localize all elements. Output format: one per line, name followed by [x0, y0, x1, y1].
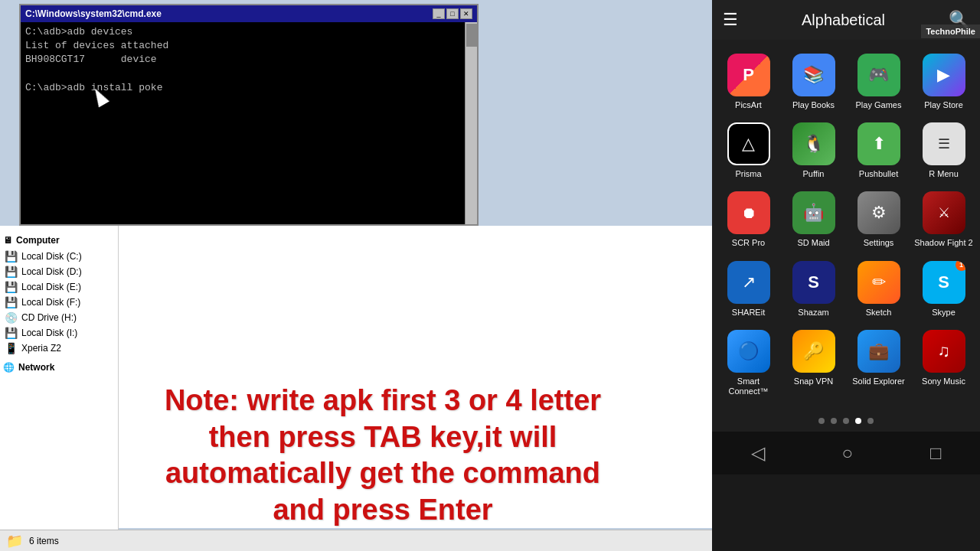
- disk-i-label: Local Disk (I:): [21, 328, 77, 338]
- sidebar-computer-header[interactable]: 🖥 Computer: [0, 232, 118, 249]
- dot-5[interactable]: [867, 418, 874, 424]
- app-shadowfight[interactable]: ⚔ Shadow Fight 2: [911, 185, 976, 254]
- network-label: Network: [18, 362, 54, 373]
- puffin-icon: 🐧: [792, 122, 835, 165]
- sidebar-item-d[interactable]: 💾 Local Disk (D:): [0, 264, 118, 279]
- playbooks-icon: 📚: [792, 54, 835, 96]
- cmd-body: C:\adb>adb devices List of devices attac…: [21, 22, 477, 224]
- cmd-controls[interactable]: _ □ ✕: [433, 8, 472, 19]
- rmenu-label: R Menu: [929, 169, 959, 179]
- cmd-scrollbar[interactable]: [465, 22, 477, 224]
- picsart-icon: P: [727, 54, 770, 96]
- sketch-label: Sketch: [866, 308, 892, 318]
- sidebar-item-c[interactable]: 💾 Local Disk (C:): [0, 249, 118, 264]
- app-scrpro[interactable]: ⏺ SCR Pro: [716, 185, 781, 254]
- hamburger-icon[interactable]: ☰: [723, 10, 738, 30]
- shazam-icon: S: [792, 261, 835, 304]
- dot-3[interactable]: [843, 418, 849, 424]
- disk-f-label: Local Disk (F:): [21, 297, 80, 308]
- app-playstore[interactable]: ▶ Play Store: [911, 47, 976, 116]
- shadowfight-label: Shadow Fight 2: [914, 238, 972, 248]
- sidebar-network-section: 🌐 Network: [0, 359, 118, 376]
- shareit-label: SHAREit: [732, 308, 765, 318]
- prisma-icon: △: [727, 122, 770, 165]
- app-rmenu[interactable]: ☰ R Menu: [911, 116, 976, 185]
- app-sonymusic[interactable]: ♫ Sony Music: [911, 324, 976, 403]
- app-solidexplorer[interactable]: 💼 Solid Explorer: [846, 324, 911, 403]
- playbooks-label: Play Books: [792, 100, 835, 110]
- smartconnect-label: Smart Connect™: [719, 377, 778, 396]
- app-snapvpn[interactable]: 🔑 Snap VPN: [781, 324, 846, 403]
- app-grid: P PicsArt 📚 Play Books 🎮 Play Games ▶ Pl…: [712, 40, 980, 410]
- puffin-label: Puffin: [803, 169, 825, 179]
- shareit-icon: ↗: [727, 261, 770, 304]
- cd-h-label: CD Drive (H:): [21, 312, 77, 323]
- page-dots: [712, 410, 980, 432]
- shadowfight-icon: ⚔: [923, 191, 965, 234]
- app-skype[interactable]: S 1 Skype: [911, 255, 976, 324]
- sidebar-item-e[interactable]: 💾 Local Disk (E:): [0, 279, 118, 295]
- pushbullet-icon: ⬆: [858, 122, 900, 165]
- sidebar-item-f[interactable]: 💾 Local Disk (F:): [0, 295, 118, 310]
- app-puffin[interactable]: 🐧 Puffin: [781, 116, 846, 185]
- cmd-scroll-thumb[interactable]: [466, 24, 477, 47]
- nav-back-icon[interactable]: ◁: [751, 442, 765, 464]
- skype-icon: S 1: [923, 261, 965, 304]
- phone-title: Alphabetical: [802, 11, 885, 29]
- app-shareit[interactable]: ↗ SHAREit: [716, 255, 781, 324]
- cmd-line-5: C:\adb>adb install poke: [25, 81, 459, 95]
- sidebar-item-h[interactable]: 💿 CD Drive (H:): [0, 310, 118, 325]
- disk-d-icon: 💾: [5, 266, 18, 278]
- cmd-maximize[interactable]: □: [446, 8, 459, 19]
- dot-4[interactable]: [855, 418, 861, 424]
- app-sdmaid[interactable]: 🤖 SD Maid: [781, 185, 846, 254]
- xperia-icon: 📱: [5, 342, 18, 354]
- app-settings[interactable]: ⚙ Settings: [846, 185, 911, 254]
- prisma-label: Prisma: [735, 169, 761, 179]
- playgames-label: Play Games: [856, 100, 902, 110]
- sidebar-item-xperia[interactable]: 📱 Xperia Z2: [0, 341, 118, 356]
- skype-label: Skype: [932, 308, 956, 318]
- settings-icon: ⚙: [858, 191, 900, 234]
- status-count: 6 items: [29, 536, 59, 546]
- disk-f-icon: 💾: [5, 296, 18, 308]
- red-line-2: then press TAB key,it will: [61, 419, 704, 456]
- app-picsart[interactable]: P PicsArt: [716, 47, 781, 116]
- rmenu-icon: ☰: [923, 122, 965, 165]
- disk-i-icon: 💾: [5, 327, 18, 339]
- app-shazam[interactable]: S Shazam: [781, 255, 846, 324]
- nav-home-icon[interactable]: ○: [842, 442, 854, 464]
- app-prisma[interactable]: △ Prisma: [716, 116, 781, 185]
- cmd-close[interactable]: ✕: [460, 8, 472, 19]
- xperia-label: Xperia Z2: [21, 343, 61, 354]
- nav-bar: ◁ ○ □: [712, 432, 980, 474]
- smartconnect-icon: 🔵: [727, 330, 770, 373]
- red-line-3: automatically get the command: [61, 455, 704, 492]
- sidebar-item-i[interactable]: 💾 Local Disk (I:): [0, 325, 118, 341]
- cmd-line-1: C:\adb>adb devices: [25, 25, 459, 39]
- sdmaid-icon: 🤖: [792, 191, 835, 234]
- disk-c-icon: 💾: [5, 250, 18, 262]
- pushbullet-label: Pushbullet: [859, 169, 898, 179]
- computer-label: Computer: [16, 235, 60, 246]
- nav-recent-icon[interactable]: □: [930, 442, 942, 464]
- red-line-1: Note: write apk first 3 or 4 letter: [61, 383, 704, 419]
- cmd-title: C:\Windows\system32\cmd.exe: [25, 8, 162, 19]
- dot-2[interactable]: [831, 418, 837, 424]
- cmd-window[interactable]: C:\Windows\system32\cmd.exe _ □ ✕ C:\adb…: [19, 4, 479, 226]
- disk-d-label: Local Disk (D:): [21, 266, 82, 277]
- disk-c-label: Local Disk (C:): [21, 251, 82, 262]
- playstore-icon: ▶: [923, 54, 965, 96]
- app-pushbullet[interactable]: ⬆ Pushbullet: [846, 116, 911, 185]
- app-playgames[interactable]: 🎮 Play Games: [846, 47, 911, 116]
- app-playbooks[interactable]: 📚 Play Books: [781, 47, 846, 116]
- app-sketch[interactable]: ✏ Sketch: [846, 255, 911, 324]
- solidexplorer-icon: 💼: [858, 330, 900, 373]
- app-smartconnect[interactable]: 🔵 Smart Connect™: [716, 324, 781, 403]
- phone-panel: ☰ Alphabetical 🔍 TechnoPhile P PicsArt 📚…: [712, 0, 980, 551]
- sidebar-network-header[interactable]: 🌐 Network: [0, 359, 118, 376]
- sidebar-computer-section: 🖥 Computer 💾 Local Disk (C:) 💾 Local Dis…: [0, 232, 118, 356]
- dot-1[interactable]: [818, 418, 825, 424]
- disk-e-icon: 💾: [5, 281, 18, 293]
- cmd-minimize[interactable]: _: [433, 8, 445, 19]
